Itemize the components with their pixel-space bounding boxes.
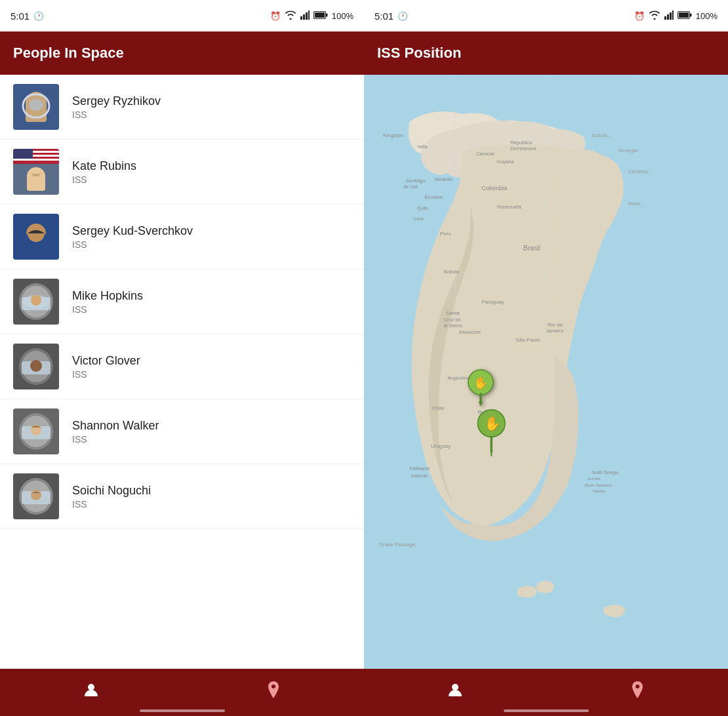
svg-text:South Sandwich: South Sandwich bbox=[584, 483, 612, 487]
svg-text:Paraguay: Paraguay bbox=[481, 299, 505, 305]
person-info: Sergey Ryzhikov ISS bbox=[72, 94, 351, 120]
svg-rect-16 bbox=[13, 159, 59, 161]
svg-text:✋: ✋ bbox=[484, 415, 501, 432]
wifi-icon bbox=[649, 10, 660, 22]
left-header-title: People In Space bbox=[13, 45, 124, 62]
person-craft: ISS bbox=[72, 109, 351, 120]
person-info: Sergey Kud-Sverchkov ISS bbox=[72, 224, 351, 250]
svg-text:Kingston: Kingston bbox=[383, 132, 403, 138]
svg-text:Luna: Luna bbox=[413, 216, 424, 221]
list-item[interactable]: Kate Rubins ISS bbox=[0, 140, 364, 205]
svg-text:Falkland: Falkland bbox=[409, 466, 430, 471]
person-craft: ISS bbox=[72, 434, 351, 445]
left-status-bar: 5:01 🕐 ⏰ bbox=[0, 0, 364, 31]
right-status-bar: 5:01 🕐 ⏰ bbox=[364, 0, 728, 31]
svg-rect-47 bbox=[667, 14, 669, 20]
location-icon bbox=[266, 681, 281, 704]
svg-rect-0 bbox=[300, 16, 302, 20]
avatar bbox=[13, 84, 59, 130]
person-info: Victor Glover ISS bbox=[72, 354, 351, 380]
list-item[interactable]: Soichi Noguchi ISS bbox=[0, 464, 364, 529]
svg-text:Venezuela: Venezuela bbox=[496, 204, 521, 210]
person-craft: ISS bbox=[72, 239, 351, 250]
svg-text:South Georgia: South Georgia bbox=[592, 470, 618, 475]
person-name: Sergey Ryzhikov bbox=[72, 94, 351, 108]
svg-point-29 bbox=[31, 295, 41, 306]
list-item[interactable]: Sergey Ryzhikov ISS bbox=[0, 75, 364, 140]
right-status-icons: ⏰ bbox=[634, 10, 718, 22]
avatar bbox=[13, 149, 59, 195]
svg-rect-52 bbox=[690, 13, 692, 16]
svg-rect-51 bbox=[679, 12, 689, 18]
person-craft: ISS bbox=[72, 174, 351, 185]
clock-icon: 🕐 bbox=[397, 11, 408, 21]
right-status-time: 5:01 🕐 bbox=[374, 10, 408, 22]
svg-rect-19 bbox=[27, 176, 45, 191]
battery-percent: 100% bbox=[696, 11, 718, 21]
svg-text:de Cali: de Cali bbox=[403, 184, 418, 189]
svg-point-106 bbox=[452, 684, 458, 690]
wifi-icon bbox=[285, 10, 296, 22]
battery-icon bbox=[677, 11, 692, 21]
svg-text:Brasil: Brasil bbox=[523, 245, 540, 252]
right-bottom-nav bbox=[364, 669, 728, 716]
nav-location-button-right[interactable] bbox=[610, 676, 665, 709]
left-app-header: People In Space bbox=[0, 31, 364, 75]
svg-rect-17 bbox=[13, 149, 33, 159]
svg-text:Senegal: Senegal bbox=[618, 148, 637, 153]
svg-text:Santiago: Santiago bbox=[406, 178, 426, 184]
people-icon bbox=[83, 682, 100, 704]
people-list[interactable]: Sergey Ryzhikov ISS bbox=[0, 75, 364, 669]
svg-text:Islands: Islands bbox=[593, 489, 605, 493]
left-status-time: 5:01 🕐 bbox=[10, 10, 44, 22]
svg-rect-5 bbox=[315, 12, 325, 18]
svg-point-11 bbox=[29, 99, 43, 111]
svg-text:Janeiro: Janeiro bbox=[546, 328, 564, 334]
signal-icon bbox=[664, 10, 674, 22]
svg-text:Dominicana: Dominicana bbox=[510, 146, 536, 151]
svg-text:la Sierra: la Sierra bbox=[443, 323, 462, 328]
person-craft: ISS bbox=[72, 369, 351, 380]
svg-text:Santa: Santa bbox=[446, 310, 460, 316]
clock-icon: 🕐 bbox=[33, 11, 44, 21]
svg-rect-49 bbox=[672, 10, 674, 20]
svg-point-44 bbox=[31, 490, 41, 500]
list-item[interactable]: Shannon Walker ISS bbox=[0, 399, 364, 464]
svg-point-34 bbox=[30, 360, 42, 372]
avatar bbox=[13, 408, 59, 454]
nav-location-button[interactable] bbox=[246, 676, 301, 709]
battery-percent: 100% bbox=[332, 11, 354, 21]
svg-rect-46 bbox=[664, 16, 666, 20]
map-container[interactable]: Colombia Venezuela Brasil Peru Bolivia P… bbox=[364, 75, 728, 669]
svg-text:Medellin: Medellin bbox=[435, 176, 453, 182]
list-item[interactable]: Victor Glover ISS bbox=[0, 334, 364, 399]
list-item[interactable]: Sergey Kud-Sverchkov ISS bbox=[0, 205, 364, 269]
svg-text:São Paulo: São Paulo bbox=[516, 337, 540, 343]
svg-text:Quito: Quito bbox=[417, 206, 428, 211]
svg-text:Chile: Chile bbox=[432, 405, 445, 411]
svg-rect-3 bbox=[308, 10, 310, 20]
person-info: Shannon Walker ISS bbox=[72, 419, 351, 445]
person-info: Kate Rubins ISS bbox=[72, 159, 351, 185]
nav-people-button-right[interactable] bbox=[427, 677, 483, 709]
person-info: Soichi Noguchi ISS bbox=[72, 484, 351, 509]
person-name: Sergey Kud-Sverchkov bbox=[72, 224, 351, 238]
nav-people-button[interactable] bbox=[63, 677, 119, 709]
person-name: Shannon Walker bbox=[72, 419, 351, 433]
people-icon-right bbox=[447, 682, 464, 704]
svg-rect-1 bbox=[303, 14, 305, 20]
alarm-icon: ⏰ bbox=[634, 11, 645, 21]
svg-text:Republica: Republica bbox=[510, 140, 533, 146]
svg-text:Drake Passage: Drake Passage bbox=[379, 542, 416, 547]
battery-icon bbox=[313, 11, 328, 21]
svg-text:Sullzja...: Sullzja... bbox=[592, 132, 612, 138]
svg-text:✋: ✋ bbox=[474, 376, 489, 390]
person-craft: ISS bbox=[72, 499, 351, 509]
svg-text:and the: and the bbox=[588, 477, 600, 481]
svg-text:Uruguay: Uruguay bbox=[431, 443, 451, 449]
list-item[interactable]: Mike Hopkins ISS bbox=[0, 269, 364, 334]
svg-rect-6 bbox=[326, 13, 328, 16]
signal-icon bbox=[300, 10, 310, 22]
avatar bbox=[13, 344, 59, 389]
svg-rect-48 bbox=[670, 12, 672, 20]
